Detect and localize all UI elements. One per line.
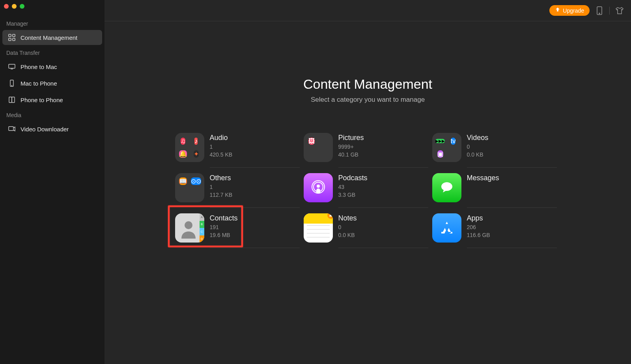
category-title: Messages	[467, 174, 499, 182]
category-count: 43	[338, 184, 368, 190]
topbar: Upgrade	[105, 0, 631, 21]
category-title: Videos	[467, 134, 489, 142]
category-audio[interactable]: ♫ ♪ 🔔 ✦ Audio 1 420.5 KB	[175, 127, 304, 168]
sidebar-item-phone-to-mac[interactable]: Phone to Mac	[2, 59, 102, 74]
divider	[338, 248, 428, 248]
svg-point-11	[599, 13, 600, 14]
svg-rect-7	[9, 97, 12, 103]
divider	[210, 248, 300, 248]
window-traffic-lights	[0, 0, 105, 17]
category-messages[interactable]: Messages	[432, 168, 561, 208]
category-size: 112.7 KB	[210, 192, 233, 198]
sidebar-item-mac-to-phone[interactable]: Mac to Phone	[2, 76, 102, 91]
sidebar-item-content-management[interactable]: Content Management	[2, 30, 102, 45]
category-contacts[interactable]: A B C D Contacts 191 19.6 MB	[175, 208, 304, 248]
category-title: Pictures	[338, 134, 364, 142]
svg-point-12	[317, 185, 320, 188]
svg-point-6	[12, 86, 12, 86]
category-size: 0.0 KB	[467, 151, 489, 158]
sidebar-section-data-transfer: Data Transfer	[0, 46, 105, 58]
category-count: 206	[467, 224, 490, 230]
sidebar-item-video-downloader[interactable]: Video Downloader	[2, 121, 102, 136]
category-count: 191	[210, 224, 238, 230]
phone-to-phone-icon	[8, 96, 16, 104]
sidebar-item-phone-to-phone[interactable]: Phone to Phone	[2, 92, 102, 107]
category-size: 116.6 GB	[467, 232, 490, 238]
category-title: Others	[210, 174, 233, 182]
svg-rect-8	[12, 97, 15, 103]
category-title: Contacts	[210, 214, 238, 222]
topbar-separator	[609, 7, 610, 15]
phone-to-mac-icon	[8, 63, 16, 71]
minimize-window-button[interactable]	[12, 4, 17, 9]
sidebar-section-media: Media	[0, 108, 105, 121]
category-others[interactable]: 📖 ⊙⊙ Others 1 112.7 KB	[175, 168, 304, 208]
podcasts-icon	[304, 173, 333, 202]
svg-rect-2	[9, 38, 11, 41]
maximize-window-button[interactable]	[20, 4, 24, 9]
page-subtitle: Select a category you want to manage	[311, 96, 425, 104]
apps-icon	[432, 213, 461, 243]
sidebar-item-label: Content Management	[21, 34, 77, 41]
divider	[467, 248, 557, 248]
category-size: 19.6 MB	[210, 232, 238, 238]
category-title: Audio	[210, 134, 233, 142]
main-area: Upgrade Content Management Select a cate…	[105, 0, 631, 364]
others-icon: 📖 ⊙⊙	[175, 173, 204, 202]
category-title: Apps	[467, 214, 490, 222]
category-count: 9999+	[338, 144, 364, 150]
videos-icon: ▶▶▶ tv ▣	[432, 133, 461, 162]
svg-point-15	[185, 221, 192, 229]
svg-rect-4	[9, 64, 15, 68]
category-count: 1	[210, 184, 233, 190]
video-download-icon	[8, 125, 16, 133]
svg-rect-0	[9, 34, 11, 37]
page-title: Content Management	[303, 77, 432, 92]
category-videos[interactable]: ▶▶▶ tv ▣ Videos 0 0.0 KB	[432, 127, 561, 168]
category-pictures[interactable]: 🖼 Pictures 9999+ 40.1 GB	[304, 127, 432, 168]
upgrade-label: Upgrade	[563, 7, 584, 14]
category-size: 420.5 KB	[210, 151, 233, 158]
category-notes[interactable]: Notes 0 0.0 KB	[304, 208, 432, 248]
content-area: Content Management Select a category you…	[105, 21, 631, 364]
category-title: Notes	[338, 214, 357, 222]
category-size: 40.1 GB	[338, 151, 364, 158]
upgrade-icon	[555, 7, 560, 14]
category-count: 0	[467, 144, 489, 150]
category-size: 0.0 KB	[338, 232, 357, 238]
messages-icon	[432, 173, 461, 202]
shirt-icon[interactable]	[615, 6, 624, 15]
category-apps[interactable]: Apps 206 116.6 GB	[432, 208, 561, 248]
pictures-icon: 🖼	[304, 133, 333, 162]
category-podcasts[interactable]: Podcasts 43 3.3 GB	[304, 168, 432, 208]
category-count: 1	[210, 144, 233, 150]
sidebar-item-label: Phone to Mac	[21, 63, 57, 70]
category-size: 3.3 GB	[338, 192, 368, 198]
upgrade-button[interactable]: Upgrade	[549, 5, 590, 16]
mac-to-phone-icon	[8, 79, 16, 87]
sidebar-section-manager: Manager	[0, 17, 105, 29]
sidebar-item-label: Mac to Phone	[21, 80, 57, 87]
sidebar-item-label: Video Downloader	[21, 126, 69, 133]
grid-icon	[8, 34, 16, 41]
svg-rect-1	[13, 34, 15, 37]
close-window-button[interactable]	[4, 4, 9, 9]
sidebar-item-label: Phone to Phone	[21, 97, 63, 103]
device-icon[interactable]	[595, 6, 604, 15]
category-grid: ♫ ♪ 🔔 ✦ Audio 1 420.5 KB 🖼	[175, 127, 561, 248]
category-title: Podcasts	[338, 174, 368, 182]
contacts-icon: A B C D	[175, 213, 204, 243]
sidebar: Manager Content Management Data Transfer…	[0, 0, 105, 364]
notes-icon	[304, 213, 333, 243]
svg-rect-3	[13, 38, 15, 41]
svg-rect-9	[9, 127, 13, 131]
audio-icon: ♫ ♪ 🔔 ✦	[175, 133, 204, 162]
category-count: 0	[338, 224, 357, 230]
